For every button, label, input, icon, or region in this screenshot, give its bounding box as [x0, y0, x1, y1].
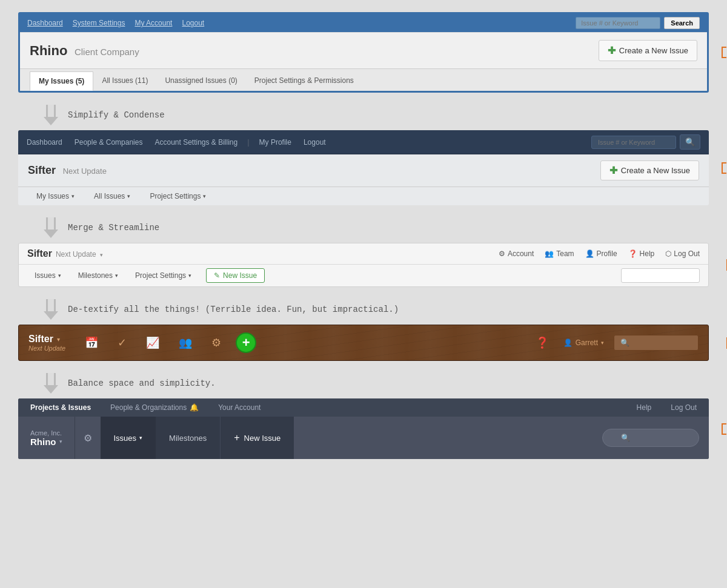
search-button-1[interactable]: Search	[664, 17, 700, 29]
help-btn-5[interactable]: Help	[627, 403, 662, 412]
project-subtitle-2: Next Update	[63, 167, 107, 176]
tab-milestones-5[interactable]: Milestones	[156, 417, 220, 459]
nav-dashboard-2[interactable]: Dashboard	[27, 138, 68, 147]
settings-icon-4[interactable]: ⚙	[207, 334, 226, 352]
logout-btn-5[interactable]: Log Out	[661, 403, 697, 412]
nav-account-3[interactable]: ⚙ Account	[499, 249, 534, 258]
gear-icon-3: ⚙	[499, 249, 505, 258]
tab-issues-3[interactable]: Issues▾	[27, 268, 68, 283]
team-icon-3: 👥	[545, 249, 554, 258]
new-issue-btn-3[interactable]: ✎ New Issue	[206, 268, 265, 283]
tab-all-issues-1[interactable]: All Issues (11)	[93, 71, 156, 91]
add-btn-4[interactable]: +	[236, 332, 256, 353]
plus-icon-1: ✚	[608, 45, 616, 56]
project-name-2: Sifter	[28, 164, 56, 176]
project-name-3: Sifter	[27, 248, 52, 259]
user-icon-4: 👤	[563, 339, 573, 347]
chart-icon-4[interactable]: 📈	[141, 334, 164, 352]
nav-projects-issues-5[interactable]: Projects & Issues	[30, 403, 101, 412]
search-button-2[interactable]: 🔍	[680, 134, 700, 150]
nav-people-orgs-5[interactable]: People & Organizations 🔔	[101, 403, 208, 412]
plus-icon-2: ✚	[609, 165, 617, 176]
dropdown-icon-4[interactable]: ▾	[57, 336, 60, 343]
nav-logout-3[interactable]: ⬡ Log Out	[665, 249, 700, 258]
plus-icon-5: +	[234, 432, 239, 443]
search-input-5[interactable]	[602, 429, 699, 447]
search-input-4[interactable]	[614, 335, 699, 351]
search-input-3[interactable]	[621, 268, 700, 283]
bell-icon-5: 🔔	[190, 403, 199, 412]
nav-your-account-5[interactable]: Your Account	[208, 403, 270, 412]
help-icon-3: ❓	[628, 249, 637, 258]
calendar-icon-4[interactable]: 📅	[80, 334, 103, 352]
nav-system-settings-1[interactable]: System Settings	[73, 19, 125, 27]
nav-team-3[interactable]: 👥 Team	[545, 249, 574, 258]
project-name-1: Rhino	[30, 43, 67, 58]
person-icon-3: 👤	[585, 249, 594, 258]
section-3-navbar: Sifter Next Update ▾ ⚙ Account 👥 Team	[18, 243, 709, 287]
transition-label-4: Balance space and simplicity.	[68, 378, 216, 388]
create-issue-btn-2[interactable]: ✚ Create a New Issue	[600, 160, 699, 180]
check-icon-4[interactable]: ✓	[113, 334, 131, 352]
nav-dashboard-1[interactable]: Dashboard	[27, 19, 63, 27]
arrow-down-1	[42, 105, 59, 125]
nav-my-account-1[interactable]: My Account	[134, 19, 172, 27]
user-menu-4[interactable]: 👤 Garrett ▾	[563, 339, 604, 347]
section-2-navbar: Dashboard People & Companies Account Set…	[18, 130, 709, 205]
arrow-down-4	[42, 373, 59, 394]
search-input-1[interactable]	[576, 17, 660, 29]
project-subtitle-3: Next Update	[56, 250, 96, 259]
tab-issues-5[interactable]: Issues ▾	[101, 417, 156, 459]
tab-my-issues-2[interactable]: My Issues▾	[28, 187, 83, 205]
gear-btn-5[interactable]: ⚙	[75, 417, 101, 459]
section-5-navbar: Projects & Issues People & Organizations…	[18, 398, 709, 459]
nav-logout-1[interactable]: Logout	[182, 19, 204, 27]
new-issue-btn-5[interactable]: + New Issue	[220, 417, 294, 459]
project-subtitle-1: Client Company	[75, 47, 139, 57]
project-name-5: Rhino	[30, 437, 56, 447]
section-1-navbar: Dashboard System Settings My Account Log…	[18, 12, 709, 93]
tab-all-issues-2[interactable]: All Issues▾	[85, 187, 139, 205]
logout-icon-3: ⬡	[665, 249, 671, 258]
dropdown-arrow-5[interactable]: ▾	[59, 438, 62, 444]
nav-profile-2[interactable]: My Profile	[253, 138, 297, 147]
dropdown-arrow-3[interactable]: ▾	[100, 252, 103, 258]
nav-logout-2[interactable]: Logout	[297, 138, 332, 147]
tab-my-issues-1[interactable]: My Issues (5)	[30, 71, 93, 91]
project-company-5: Acme, Inc.	[30, 429, 62, 437]
project-subtitle-4: Next Update	[28, 345, 65, 352]
project-name-4: Sifter	[28, 334, 53, 345]
nav-people-2[interactable]: People & Companies	[68, 138, 149, 147]
arrow-down-2	[42, 217, 59, 238]
tab-unassigned-1[interactable]: Unassigned Issues (0)	[156, 71, 245, 91]
transition-label-3: De-textify all the things! (Terrible ide…	[68, 305, 399, 314]
help-icon-4[interactable]: ❓	[531, 334, 554, 352]
create-issue-btn-1[interactable]: ✚ Create a New Issue	[599, 40, 697, 61]
tab-milestones-3[interactable]: Milestones▾	[71, 268, 125, 283]
tab-project-settings-3[interactable]: Project Settings▾	[128, 268, 199, 283]
nav-help-3[interactable]: ❓ Help	[628, 249, 655, 258]
arrow-down-3	[42, 299, 59, 320]
tab-project-settings-2[interactable]: Project Settings▾	[141, 187, 214, 205]
transition-label-2: Merge & Streamline	[68, 223, 159, 233]
search-input-2[interactable]	[591, 136, 676, 149]
transition-label-1: Simplify & Condense	[68, 110, 165, 120]
people-icon-4[interactable]: 👥	[174, 334, 197, 352]
edit-icon-3: ✎	[214, 271, 220, 280]
tab-settings-1[interactable]: Project Settings & Permissions	[246, 71, 362, 91]
nav-account-billing-2[interactable]: Account Settings & Billing	[148, 138, 244, 147]
section-4-navbar: Sifter ▾ Next Update 📅 ✓ 📈 👥 ⚙ +	[18, 325, 709, 361]
nav-profile-3[interactable]: 👤 Profile	[585, 249, 617, 258]
